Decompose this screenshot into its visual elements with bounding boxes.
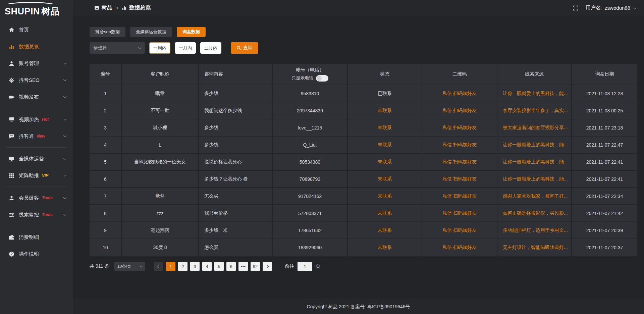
page-button-•••[interactable]: ••• [238, 262, 248, 271]
cell-id: 9 [90, 222, 121, 239]
sidebar-item-home[interactable]: 首页 [0, 21, 73, 38]
cell-qrcode-links[interactable]: 私信 扫码加好友 [422, 222, 497, 239]
cell-account: 50534380 [273, 154, 347, 170]
user-icon [9, 61, 14, 66]
cell-source-link[interactable]: 被大家追着问的客厅投影分享... [497, 119, 571, 136]
cell-account: 9583810 [273, 85, 347, 102]
app-root: SHUPIN树品 首页数据总览账号管理抖音SEO视频发布视频加热Hot抖客通Ne… [0, 0, 644, 314]
column-header-label: 线索来源 [525, 71, 544, 77]
sidebar-divider [6, 226, 67, 226]
cell-qrcode-links[interactable]: 私信 扫码加好友 [422, 102, 497, 119]
page-button-92[interactable]: 92 [251, 262, 260, 271]
range-button-1[interactable]: 一月内 [175, 42, 196, 54]
cell-qrcode-links[interactable]: 私信 扫码加好友 [422, 205, 497, 221]
sidebar-item-badge: Tools [42, 196, 53, 200]
cell-qrcode-links[interactable]: 私信 扫码加好友 [422, 171, 497, 187]
range-button-0[interactable]: 一周内 [149, 42, 170, 54]
cell-status: 未联系 [348, 222, 422, 239]
cell-source-link[interactable]: 客厅安装投影半年多了，真实... [497, 102, 571, 119]
sidebar-item-media-operation[interactable]: 全媒体运营 [0, 150, 73, 167]
user-icon [9, 195, 14, 201]
page-size-select[interactable]: 10条/页 [114, 262, 145, 271]
sidebar-item-douketong[interactable]: 抖客通New [0, 128, 73, 145]
search-button[interactable]: 查询 [231, 42, 258, 54]
cell-qrcode-links[interactable]: 私信 扫码加好友 [422, 85, 497, 102]
cell-source-link[interactable]: 让你一眼就爱上的黑科技，能... [497, 171, 571, 187]
sidebar-item-consume-detail[interactable]: 消费明细 [0, 229, 73, 246]
breadcrumb-item-1[interactable]: 数据总览 [122, 4, 151, 11]
cell-source-link[interactable]: 多功能护栏灯，适用于乡村文... [497, 222, 571, 239]
sidebar-item-member-baoke[interactable]: 会员爆客Tools [0, 190, 73, 206]
main-area: 树品>数据总览 用户名: zswodun88 抖音seo数据全媒体运营数据询盘数… [73, 0, 644, 314]
next-page-button[interactable] [263, 262, 272, 271]
sidebar-divider [6, 187, 67, 187]
page-button-3[interactable]: 3 [190, 262, 200, 271]
cell-qrcode-links[interactable]: 私信 扫码加好友 [422, 137, 497, 153]
tab-1[interactable]: 全媒体运营数据 [130, 27, 172, 37]
cell-source-link[interactable]: 让你一眼就爱上的黑科技，能... [497, 154, 571, 170]
logo-arc-shape [5, 2, 56, 8]
cell-source-link[interactable]: 如何正确选择投影仪，买投影... [497, 205, 571, 221]
svg-text:?: ? [10, 252, 12, 256]
table-row: 4L多少钱Q_Liu.未联系私信 扫码加好友让你一眼就爱上的黑科技，能...20… [90, 137, 637, 153]
user-dropdown[interactable]: 用户名: zswodun88 [586, 5, 636, 11]
cell-qrcode-links[interactable]: 私信 扫码加好友 [422, 188, 497, 204]
page-button-6[interactable]: 6 [226, 262, 236, 271]
cell-id: 3 [90, 119, 121, 136]
page-button-4[interactable]: 4 [202, 262, 212, 271]
sidebar-item-label: 抖音SEO [19, 77, 40, 84]
goto-page-input[interactable] [298, 262, 312, 271]
breadcrumb-item-0[interactable]: 树品 [94, 4, 112, 11]
sidebar-item-operation-guide[interactable]: ?操作说明 [0, 246, 73, 262]
inquiry-table: 编号客户昵称咨询内容帐号（电话）只显示电话状态二维码线索来源询盘日期 1哦章多少… [90, 64, 637, 256]
page-button-5[interactable]: 5 [214, 262, 224, 271]
chat-icon [9, 134, 14, 139]
cell-status: 未联系 [348, 205, 422, 221]
phone-only-toggle[interactable] [316, 75, 328, 82]
cell-qrcode-links[interactable]: 私信 扫码加好友 [422, 154, 497, 170]
sidebar-item-video-heat[interactable]: 视频加热Hot [0, 111, 73, 128]
breadcrumb: 树品>数据总览 [94, 4, 151, 11]
cell-date: 2021-11-08 00:25 [572, 102, 637, 119]
column-header-6: 线索来源 [497, 64, 571, 85]
tab-2[interactable]: 询盘数据 [177, 27, 206, 37]
home-icon [9, 27, 14, 33]
column-header-label: 状态 [380, 71, 389, 77]
cell-content: 我只看价格 [199, 205, 272, 221]
tab-0[interactable]: 抖音seo数据 [90, 27, 125, 37]
topbar: 树品>数据总览 用户名: zswodun88 [73, 0, 644, 16]
sidebar-item-clue-monitor[interactable]: 线索监控Tools [0, 206, 73, 223]
range-button-2[interactable]: 三月内 [200, 42, 221, 54]
cell-source-link[interactable]: 无主灯设计，智能磁吸轨道灯... [497, 239, 571, 256]
sidebar-item-douyin-seo[interactable]: 抖音SEO [0, 72, 73, 89]
chevron-down-icon [63, 213, 67, 216]
cell-source-link[interactable]: 让你一眼就爱上的黑科技，能... [497, 137, 571, 153]
page-button-1[interactable]: 1 [166, 262, 175, 271]
cell-qrcode-links[interactable]: 私信 扫码加好友 [422, 119, 497, 136]
filter-select[interactable]: 请选择 [90, 42, 145, 54]
cell-status: 已联系 [348, 85, 422, 102]
video-icon [9, 94, 14, 100]
cell-nickname: 36度 8 [122, 239, 198, 256]
cell-id: 5 [90, 154, 121, 170]
chevron-down-icon [140, 264, 143, 267]
sidebar-item-video-publish[interactable]: 视频发布 [0, 89, 73, 105]
table-row: 5当地比较能吃的一位美女说说价格让我死心50534380未联系私信 扫码加好友让… [90, 154, 637, 170]
sidebar-item-label: 首页 [19, 27, 29, 33]
cell-nickname: 狐小狸 [122, 119, 198, 136]
cell-qrcode-links[interactable]: 私信 扫码加好友 [422, 239, 497, 256]
cell-status: 未联系 [348, 119, 422, 136]
sidebar-item-data-overview[interactable]: 数据总览 [0, 38, 73, 55]
search-button-label: 查询 [243, 45, 253, 51]
cell-source-link[interactable]: 感谢大家喜欢我家，被问了好... [497, 188, 571, 204]
prev-page-button[interactable] [154, 262, 163, 271]
table-row: 3狐小狸多少钱love__1215未联系私信 扫码加好友被大家追着问的客厅投影分… [90, 119, 637, 136]
page-button-2[interactable]: 2 [178, 262, 187, 271]
cell-source-link[interactable]: 让你一眼就爱上的黑科技，能... [497, 85, 571, 102]
sidebar-item-account-manage[interactable]: 账号管理 [0, 55, 73, 72]
grid-icon [9, 173, 14, 178]
sidebar-item-matrix-boost[interactable]: 矩阵助推VIP [0, 167, 73, 184]
question-icon: ? [9, 251, 14, 257]
fullscreen-icon[interactable] [573, 5, 578, 11]
cell-nickname: L [122, 137, 198, 153]
